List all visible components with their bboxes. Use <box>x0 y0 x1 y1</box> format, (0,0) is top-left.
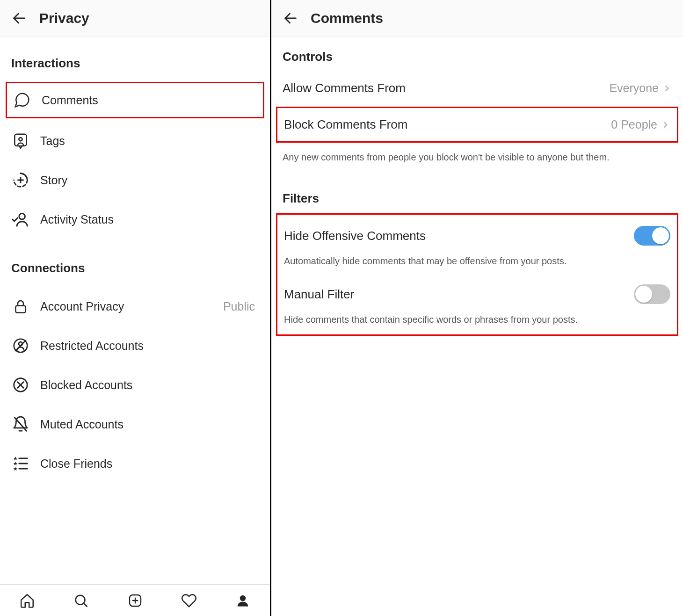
row-muted[interactable]: Muted Accounts <box>0 405 270 444</box>
block-from-label: Block Comments From <box>284 117 407 132</box>
activity-status-icon <box>11 210 30 229</box>
heart-icon <box>181 593 197 609</box>
hide-offensive-label: Hide Offensive Comments <box>284 229 426 243</box>
svg-line-21 <box>84 603 87 606</box>
svg-point-2 <box>19 138 22 141</box>
row-tags[interactable]: Tags <box>0 121 270 160</box>
tab-add[interactable] <box>108 585 162 616</box>
profile-icon <box>236 594 250 608</box>
row-account-privacy-value: Public <box>223 300 255 313</box>
row-activity-status-label: Activity Status <box>40 213 114 226</box>
tab-profile[interactable] <box>216 585 270 616</box>
row-account-privacy-label: Account Privacy <box>40 300 124 313</box>
tab-bar <box>0 584 270 616</box>
hide-offensive-desc: Automatically hide comments that may be … <box>277 250 677 277</box>
tab-search[interactable] <box>54 585 108 616</box>
close-friends-icon <box>11 454 30 473</box>
row-close-friends[interactable]: Close Friends <box>0 444 270 483</box>
add-post-icon <box>128 593 143 608</box>
back-button[interactable] <box>7 7 31 30</box>
tab-activity[interactable] <box>162 585 216 616</box>
svg-point-25 <box>240 595 246 601</box>
search-icon <box>73 593 89 609</box>
privacy-screen: Privacy Interactions Comments Tags Story <box>0 0 271 616</box>
tag-icon <box>11 131 30 150</box>
row-blocked-label: Blocked Accounts <box>40 378 132 392</box>
row-close-friends-label: Close Friends <box>40 457 112 471</box>
highlight-block-from: Block Comments From 0 People <box>276 107 678 143</box>
back-button[interactable] <box>279 7 302 30</box>
privacy-header: Privacy <box>0 0 270 36</box>
restricted-icon <box>11 336 30 355</box>
section-interactions-title: Interactions <box>0 39 270 82</box>
manual-filter-desc: Hide comments that contain specific word… <box>277 309 677 330</box>
row-comments[interactable]: Comments <box>7 83 263 117</box>
chevron-right-icon <box>661 120 670 130</box>
story-icon <box>11 171 30 189</box>
row-block-comments-from[interactable]: Block Comments From 0 People <box>277 108 677 141</box>
blocked-icon <box>11 376 30 394</box>
page-title: Comments <box>311 10 383 26</box>
comment-icon <box>13 91 31 109</box>
block-from-desc: Any new comments from people you block w… <box>271 143 683 174</box>
svg-marker-18 <box>13 462 17 465</box>
highlight-filters: Hide Offensive Comments Automatically hi… <box>276 213 678 336</box>
manual-filter-toggle[interactable] <box>634 284 670 304</box>
row-restricted[interactable]: Restricted Accounts <box>0 326 270 365</box>
row-activity-status[interactable]: Activity Status <box>0 200 270 239</box>
allow-from-value: Everyone <box>609 81 659 95</box>
svg-marker-19 <box>13 467 17 471</box>
row-hide-offensive: Hide Offensive Comments <box>277 217 677 250</box>
row-restricted-label: Restricted Accounts <box>40 339 144 353</box>
section-connections-title: Connections <box>0 244 270 287</box>
tab-home[interactable] <box>0 585 54 616</box>
svg-marker-17 <box>13 457 17 460</box>
row-story[interactable]: Story <box>0 160 270 200</box>
arrow-left-icon <box>11 10 27 26</box>
row-muted-label: Muted Accounts <box>40 418 124 431</box>
svg-point-5 <box>19 213 25 219</box>
lock-icon <box>11 297 30 316</box>
section-controls-title: Controls <box>271 36 683 70</box>
section-filters-title: Filters <box>271 179 683 211</box>
row-story-label: Story <box>40 174 67 187</box>
row-allow-comments-from[interactable]: Allow Comments From Everyone <box>271 70 683 107</box>
svg-rect-1 <box>15 134 26 146</box>
arrow-left-icon <box>283 10 298 26</box>
page-title: Privacy <box>39 10 89 26</box>
allow-from-label: Allow Comments From <box>283 81 406 95</box>
row-manual-filter: Manual Filter <box>277 277 677 309</box>
row-account-privacy[interactable]: Account Privacy Public <box>0 287 270 326</box>
row-comments-label: Comments <box>42 94 98 107</box>
chevron-right-icon <box>662 84 672 93</box>
svg-rect-6 <box>16 306 26 313</box>
highlight-comments: Comments <box>6 82 264 118</box>
hide-offensive-toggle[interactable] <box>634 226 670 246</box>
manual-filter-label: Manual Filter <box>284 287 354 302</box>
row-tags-label: Tags <box>40 134 65 148</box>
home-icon <box>19 593 35 609</box>
muted-icon <box>11 415 30 434</box>
block-from-value: 0 People <box>611 118 657 131</box>
comments-header: Comments <box>271 0 683 36</box>
row-blocked[interactable]: Blocked Accounts <box>0 365 270 405</box>
comments-screen: Comments Controls Allow Comments From Ev… <box>271 0 683 616</box>
